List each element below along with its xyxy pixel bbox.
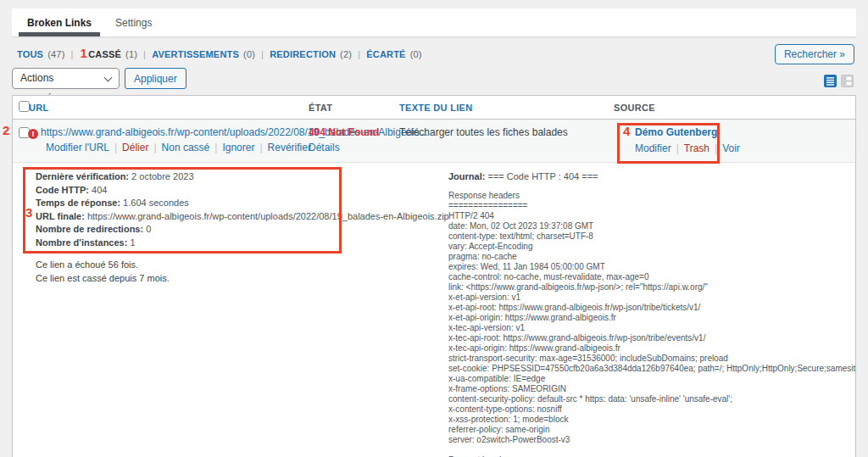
http-response-log: Response headers ================ HTTP/2… (448, 191, 856, 457)
bulk-actions-select[interactable]: Actions groupées (12, 68, 120, 89)
journal-value: === Code HTTP : 404 === (487, 171, 598, 181)
dismiss-action[interactable]: Ignorer (222, 142, 254, 153)
view-mode-toggle (824, 75, 854, 87)
filter-ecarte-link[interactable]: ÉCARTÉ (366, 49, 405, 59)
link-details-panel: Dernière vérification: 2 octobre 2023 Co… (36, 170, 449, 249)
filter-ecarte-count: (0) (410, 49, 422, 59)
detail-response-time: Temps de réponse: 1.604 secondes (36, 197, 449, 210)
excerpt-view-icon[interactable] (841, 75, 854, 87)
column-header-source[interactable]: SOURCE (614, 103, 655, 113)
separator (255, 49, 270, 59)
column-header-etat[interactable]: ÉTAT (309, 103, 332, 113)
source-trash-action[interactable]: Trash (684, 142, 709, 154)
not-broken-action[interactable]: Non cassé (162, 142, 210, 153)
separator (148, 142, 161, 153)
apply-button[interactable]: Appliquer (125, 68, 186, 89)
tab-bar: Broken Links Settings (12, 8, 856, 37)
filter-tous: TOUS (47) (17, 49, 65, 59)
filter-casse-link[interactable]: CASSÉ (88, 49, 121, 59)
detail-redirect-count: Nombre de redirections: 0 (36, 223, 449, 237)
details-link[interactable]: Détails (309, 142, 340, 153)
annotation-1: 1 (81, 47, 88, 59)
broken-link-warning-icon (28, 129, 38, 139)
list-view-icon[interactable] (824, 75, 837, 87)
filter-redirection: REDIRECTION (2) (270, 49, 352, 59)
fail-count-note: Ce lien a échoué 56 fois. (36, 259, 138, 270)
separator (254, 142, 267, 153)
separator (109, 142, 122, 153)
separator (671, 142, 684, 154)
filter-avertissements-count: (0) (243, 49, 255, 59)
filter-avertissements-link[interactable]: AVERTISSEMENTS (152, 49, 239, 59)
detail-http-code: Code HTTP: 404 (36, 184, 449, 198)
separator (65, 49, 80, 59)
tab-settings[interactable]: Settings (112, 8, 155, 36)
source-post-link[interactable]: Démo Gutenberg (635, 126, 717, 138)
broken-since-note: Ce lien est cassé depuis 7 mois. (36, 272, 170, 284)
filter-redirection-link[interactable]: REDIRECTION (270, 49, 336, 59)
source-edit-action[interactable]: Modifier (635, 142, 671, 154)
tab-settings-label: Settings (115, 17, 152, 29)
column-header-texte-du-lien[interactable]: TEXTE DU LIEN (399, 103, 472, 113)
source-view-action[interactable]: Voir (722, 142, 740, 154)
filter-tous-link[interactable]: TOUS (17, 49, 43, 59)
filter-avertissements: AVERTISSEMENTS (0) (152, 49, 255, 59)
detail-final-url: URL finale: https://www.grand-albigeois.… (36, 210, 449, 224)
row-actions: Modifier l'URLDélierNon casséIgnorerRevé… (46, 142, 311, 153)
filter-casse-count: (1) (125, 49, 137, 59)
column-header-url[interactable]: URL (29, 103, 49, 113)
filter-tous-count: (47) (47, 49, 64, 59)
detail-instance-count: Nombre d'instances: 1 (36, 237, 449, 250)
tab-broken-links-label: Broken Links (27, 17, 92, 29)
filter-casse: 1 CASSÉ (1) (80, 47, 138, 60)
link-text-cell: Télécharger toutes les fiches balades (399, 126, 568, 138)
links-table-card: URL ÉTAT TEXTE DU LIEN SOURCE https://ww… (12, 95, 856, 457)
recheck-action[interactable]: Revérifier (268, 142, 311, 153)
source-actions: ModifierTrashVoir (635, 142, 740, 154)
detail-last-check: Dernière vérification: 2 octobre 2023 (36, 170, 449, 184)
status-badge: 404 Not Found (309, 126, 379, 138)
search-button[interactable]: Rechercher » (775, 44, 854, 64)
separator (709, 142, 722, 154)
separator (137, 49, 152, 59)
unlink-action[interactable]: Délier (122, 142, 148, 153)
filter-links: TOUS (47) 1 CASSÉ (1) AVERTISSEMENTS (0)… (17, 47, 422, 60)
journal-line: Journal: === Code HTTP : 404 === (448, 171, 598, 181)
journal-label: Journal: (448, 171, 485, 181)
annotation-2: 2 (3, 124, 9, 137)
filter-ecarte: ÉCARTÉ (0) (366, 49, 421, 59)
chevron-down-icon (104, 74, 113, 82)
separator (352, 49, 366, 59)
edit-url-action[interactable]: Modifier l'URL (46, 142, 109, 153)
filter-redirection-count: (2) (340, 49, 352, 59)
separator (209, 142, 222, 153)
tab-broken-links[interactable]: Broken Links (24, 8, 95, 36)
